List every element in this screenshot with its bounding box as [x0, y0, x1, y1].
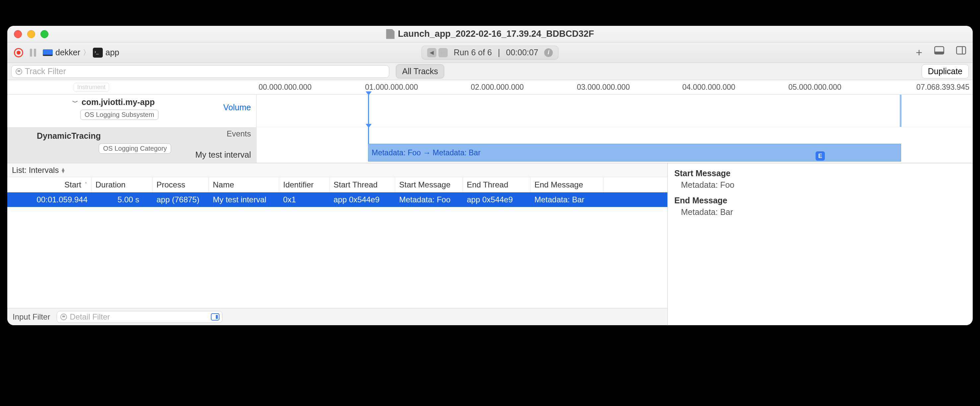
- inspector-start-msg-title: Start Message: [675, 168, 966, 178]
- window-title: Launch_app_2022-02-16_17.39.24_BDBCD32F: [386, 29, 594, 39]
- document-icon: [386, 29, 395, 39]
- inspector-start-msg-val: Metadata: Foo: [675, 180, 966, 190]
- track-filter-input[interactable]: Track Filter: [11, 65, 389, 78]
- filter-scope-icon[interactable]: [211, 313, 220, 320]
- all-tracks-button[interactable]: All Tracks: [396, 64, 444, 78]
- col-end-thread[interactable]: End Thread: [463, 177, 530, 192]
- track-category-lane[interactable]: Metadata: Foo → Metadata: Bar: [257, 127, 973, 163]
- device-name: dekker: [56, 48, 80, 57]
- ruler-ticks[interactable]: 00.000.000.000 01.000.000.000 02.000.000…: [257, 80, 973, 94]
- cell-start-message: Metadata: Foo: [395, 195, 463, 204]
- svg-rect-1: [935, 52, 944, 54]
- tick-3: 03.000.000.000: [577, 83, 630, 92]
- col-start[interactable]: Start˄: [7, 177, 92, 192]
- updown-icon: ▲▼: [60, 168, 65, 173]
- window-controls: [14, 30, 48, 38]
- disclosure-icon[interactable]: ﹀: [72, 98, 78, 106]
- duplicate-button[interactable]: Duplicate: [922, 64, 969, 78]
- filter-icon: [60, 314, 67, 320]
- run-time: 00:00:07: [506, 48, 538, 57]
- ruler: Instrument 00.000.000.000 01.000.000.000…: [7, 80, 973, 95]
- table-empty-space: [7, 207, 667, 308]
- toolbar: dekker 〉 app ◀ ▶ Run 6 of 6 | 00:00:07 i…: [7, 43, 973, 63]
- detail-list: List: Intervals ▲▼ Start˄ Duration Proce…: [7, 163, 668, 325]
- col-duration[interactable]: Duration: [92, 177, 153, 192]
- subsystem-badge: OS Logging Subsystem: [80, 109, 159, 120]
- tick-2: 02.000.000.000: [471, 83, 524, 92]
- sort-asc-icon: ˄: [84, 181, 87, 188]
- run-label: Run 6 of 6: [453, 48, 492, 57]
- record-button[interactable]: [14, 48, 23, 57]
- toolbar-right: +: [916, 46, 966, 59]
- svg-rect-2: [956, 47, 966, 54]
- sidebar-toggle-icon[interactable]: [956, 46, 966, 55]
- cell-name: My test interval: [209, 195, 279, 204]
- category-name: DynamicTracing: [13, 130, 251, 141]
- list-mode-selector[interactable]: List: Intervals ▲▼: [7, 163, 667, 177]
- col-start-message[interactable]: Start Message: [395, 177, 463, 192]
- detail-filter-input[interactable]: Detail Filter: [57, 311, 223, 323]
- info-icon[interactable]: i: [544, 48, 553, 57]
- category-badge: OS Logging Category: [99, 143, 171, 154]
- interval-label: My test interval: [195, 150, 251, 160]
- table-header: Start˄ Duration Process Name Identifier …: [7, 177, 667, 192]
- playhead[interactable]: [368, 95, 369, 127]
- col-identifier[interactable]: Identifier: [279, 177, 329, 192]
- col-start-thread[interactable]: Start Thread: [329, 177, 395, 192]
- extended-detail-badge[interactable]: E: [816, 151, 825, 160]
- table-row[interactable]: 00:01.059.944 5.00 s app (76875) My test…: [7, 192, 667, 207]
- instrument-badge: Instrument: [73, 83, 109, 92]
- cell-duration: 5.00 s: [92, 195, 153, 204]
- track-category-label[interactable]: DynamicTracing OS Logging Category Event…: [7, 127, 257, 163]
- col-process[interactable]: Process: [153, 177, 209, 192]
- inspector-end-msg-title: End Message: [675, 196, 966, 205]
- instruments-window: Launch_app_2022-02-16_17.39.24_BDBCD32F …: [7, 26, 973, 325]
- pause-button[interactable]: [30, 49, 36, 57]
- tick-1: 01.000.000.000: [365, 83, 418, 92]
- cell-end-message: Metadata: Bar: [530, 195, 603, 204]
- title-text: Launch_app_2022-02-16_17.39.24_BDBCD32F: [398, 29, 594, 39]
- subsystem-name: com.jviotti.my-app: [81, 97, 155, 107]
- tick-0: 00.000.000.000: [259, 83, 312, 92]
- track-filter-placeholder: Track Filter: [25, 67, 66, 76]
- track-subsystem-lane[interactable]: [257, 95, 973, 127]
- chevron-right-icon: 〉: [83, 48, 90, 58]
- pill-sep: |: [498, 48, 500, 57]
- volume-link[interactable]: Volume: [223, 103, 251, 112]
- terminal-app-icon: [93, 48, 103, 58]
- tick-4: 04.000.000.000: [682, 83, 735, 92]
- cell-process: app (76875): [153, 195, 209, 204]
- detail-pane: List: Intervals ▲▼ Start˄ Duration Proce…: [7, 163, 973, 325]
- tick-end: 07.068.393.945: [916, 83, 969, 92]
- titlebar: Launch_app_2022-02-16_17.39.24_BDBCD32F: [7, 26, 973, 43]
- col-name[interactable]: Name: [209, 177, 279, 192]
- track-subsystem-label[interactable]: ﹀ com.jviotti.my-app OS Logging Subsyste…: [7, 95, 257, 127]
- inspector: E Start Message Metadata: Foo End Messag…: [668, 163, 973, 325]
- input-filter-label[interactable]: Input Filter: [13, 312, 50, 322]
- cell-start: 00:01.059.944: [7, 195, 92, 204]
- target-name: app: [105, 48, 119, 57]
- tick-5: 05.000.000.000: [788, 83, 842, 92]
- run-next-button[interactable]: ▶: [438, 48, 447, 57]
- inspector-end-msg-val: Metadata: Bar: [675, 207, 966, 217]
- minimize-button[interactable]: [27, 30, 35, 38]
- run-info-pill: ◀ ▶ Run 6 of 6 | 00:00:07 i: [422, 46, 558, 60]
- library-icon[interactable]: [934, 46, 944, 55]
- filter-bar: Track Filter All Tracks Duplicate: [7, 63, 973, 80]
- filter-icon: [16, 68, 22, 75]
- interval-end-marker: [900, 95, 901, 127]
- col-end-message[interactable]: End Message: [530, 177, 603, 192]
- track-subsystem: ﹀ com.jviotti.my-app OS Logging Subsyste…: [7, 95, 973, 127]
- add-button[interactable]: +: [916, 46, 922, 59]
- close-button[interactable]: [14, 30, 22, 38]
- list-mode-label: List: Intervals: [12, 166, 59, 175]
- playhead-cat[interactable]: [368, 127, 369, 144]
- ruler-left: Instrument: [7, 80, 257, 94]
- mac-icon: [43, 49, 53, 56]
- target-breadcrumb[interactable]: dekker 〉 app: [43, 48, 119, 58]
- cell-identifier: 0x1: [279, 195, 329, 204]
- bottom-bar: Input Filter Detail Filter: [7, 308, 667, 325]
- zoom-button[interactable]: [40, 30, 48, 38]
- cell-start-thread: app 0x544e9: [329, 195, 395, 204]
- run-prev-button[interactable]: ◀: [427, 48, 436, 57]
